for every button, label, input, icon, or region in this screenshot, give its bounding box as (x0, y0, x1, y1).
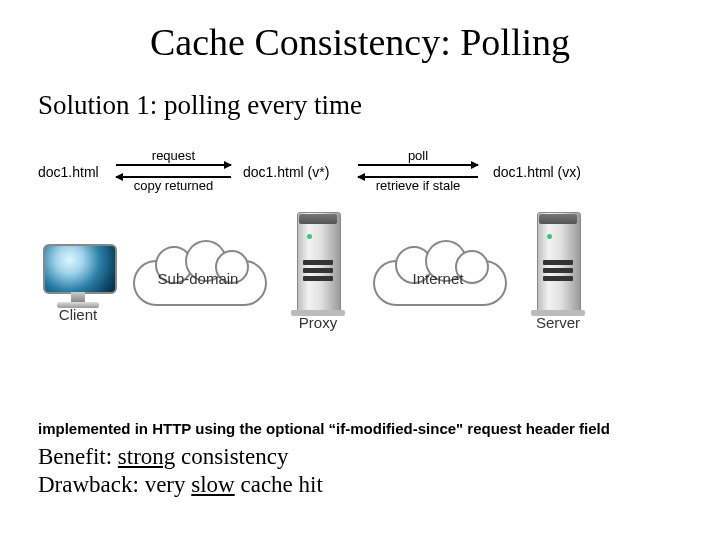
internet-node: Internet (363, 242, 513, 304)
proxy-node: Proxy (283, 212, 353, 331)
subdomain-label: Sub-domain (133, 270, 263, 287)
diagram: doc1.html request copy returned doc1.htm… (48, 150, 678, 380)
server-node: Server (523, 212, 593, 331)
monitor-icon (43, 244, 113, 304)
benefit-label: Benefit: (38, 444, 118, 469)
server-tower-icon (537, 212, 579, 312)
arrow-right-icon (358, 164, 478, 166)
client-label: Client (38, 306, 118, 323)
benefit-keyword: strong (118, 444, 176, 469)
arrow-label-request: request (116, 148, 231, 163)
doc-label-mid: doc1.html (v*) (243, 164, 329, 180)
drawback-rest: cache hit (235, 472, 323, 497)
slide: Cache Consistency: Polling Solution 1: p… (0, 0, 720, 540)
node-row: Client Sub-domain Proxy Internet (48, 194, 678, 354)
slide-title: Cache Consistency: Polling (0, 20, 720, 64)
proxy-label: Proxy (283, 314, 353, 331)
server-label: Server (523, 314, 593, 331)
benefit-rest: consistency (175, 444, 288, 469)
arrow-label-poll: poll (358, 148, 478, 163)
cloud-icon: Sub-domain (133, 242, 263, 304)
subdomain-node: Sub-domain (123, 242, 273, 304)
arrow-right-icon (116, 164, 231, 166)
server-tower-icon (297, 212, 339, 312)
internet-label: Internet (373, 270, 503, 287)
arrow-label-retrieve: retrieve if stale (358, 178, 478, 193)
arrow-row: doc1.html request copy returned doc1.htm… (48, 150, 678, 194)
cloud-icon: Internet (373, 242, 503, 304)
drawback-line: Drawback: very slow cache hit (38, 472, 323, 498)
arrow-label-copy: copy returned (116, 178, 231, 193)
benefit-line: Benefit: strong consistency (38, 444, 288, 470)
drawback-label: Drawback: very (38, 472, 191, 497)
doc-label-left: doc1.html (38, 164, 99, 180)
slide-subtitle: Solution 1: polling every time (38, 90, 362, 121)
doc-label-right: doc1.html (vx) (493, 164, 581, 180)
drawback-keyword: slow (191, 472, 234, 497)
implementation-note: implemented in HTTP using the optional “… (38, 420, 610, 437)
client-node: Client (38, 244, 118, 323)
